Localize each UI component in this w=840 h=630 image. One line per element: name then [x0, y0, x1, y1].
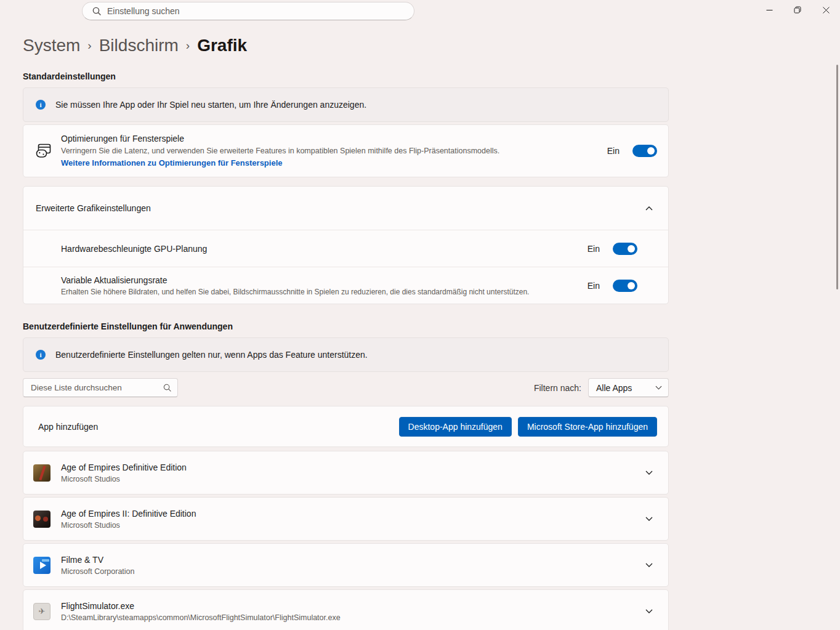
variable-refresh-rate-title: Variable Aktualisierungsrate [61, 275, 575, 285]
app-row-aoe2[interactable]: Age of Empires II: Definitive Edition Mi… [23, 497, 669, 541]
chevron-down-icon[interactable] [645, 470, 653, 475]
search-icon [92, 7, 101, 15]
variable-refresh-rate-description: Erhalten Sie höhere Bildraten, und helfe… [61, 288, 575, 296]
app-name: FlightSimulator.exe [61, 601, 645, 611]
advanced-graphics-title: Erweiterte Grafikeinstellungen [36, 203, 645, 213]
restart-info-banner: i Sie müssen Ihre App oder Ihr Spiel neu… [23, 87, 669, 122]
gpu-scheduling-toggle-state: Ein [588, 244, 600, 254]
restore-button[interactable] [783, 0, 812, 20]
app-row-movies-tv[interactable]: Filme & TV Microsoft Corporation [23, 543, 669, 587]
app-name: Age of Empires II: Definitive Edition [61, 509, 645, 519]
vertical-scrollbar[interactable] [836, 65, 838, 289]
breadcrumb-separator-icon: › [186, 39, 190, 52]
custom-settings-info-banner: i Benutzerdefinierte Einstellungen gelte… [23, 337, 669, 372]
chevron-down-icon[interactable] [645, 609, 653, 613]
search-icon [163, 384, 171, 392]
add-app-card: App hinzufügen Desktop-App hinzufügen Mi… [23, 406, 669, 447]
app-list-filter-row: Filtern nach: Alle Apps [23, 378, 669, 397]
app-publisher: Microsoft Studios [61, 475, 645, 483]
flight-simulator-app-icon: ✈ [33, 603, 50, 620]
app-row-aoe1[interactable]: Age of Empires Definitive Edition Micros… [23, 451, 669, 495]
close-button[interactable] [812, 0, 840, 20]
settings-search-input[interactable] [107, 6, 406, 16]
app-row-flightsimulator[interactable]: ✈ FlightSimulator.exe D:\SteamLibrary\st… [23, 589, 669, 630]
variable-refresh-rate-toggle-state: Ein [588, 281, 600, 291]
app-filter-dropdown[interactable]: Alle Apps [588, 378, 669, 397]
breadcrumb-separator-icon: › [87, 39, 91, 52]
page-title: Grafik [197, 36, 247, 55]
section-default-settings: Standardeinstellungen [23, 71, 669, 81]
app-publisher: Microsoft Corporation [61, 567, 645, 576]
gpu-scheduling-row: Hardwarebeschleunigte GPU-Planung Ein [23, 230, 668, 267]
settings-search-box[interactable] [82, 2, 414, 20]
optimizations-toggle-state: Ein [607, 146, 620, 156]
app-name: Age of Empires Definitive Edition [61, 462, 645, 472]
optimizations-learn-more-link[interactable]: Weitere Informationen zu Optimierungen f… [61, 158, 282, 168]
titlebar [0, 0, 840, 22]
breadcrumb-system[interactable]: System [23, 36, 80, 55]
age-of-empires-2-app-icon [33, 511, 50, 528]
advanced-graphics-expander: Erweiterte Grafikeinstellungen Hardwareb… [23, 186, 669, 304]
minimize-button[interactable] [755, 0, 783, 20]
windowed-games-optimizations-card: Optimierungen für Fensterspiele Verringe… [23, 124, 669, 177]
app-path: D:\SteamLibrary\steamapps\common\Microso… [61, 613, 645, 622]
gpu-scheduling-title: Hardwarebeschleunigte GPU-Planung [61, 244, 575, 254]
optimizations-title: Optimierungen für Fensterspiele [61, 134, 607, 143]
section-custom-app-settings: Benutzerdefinierte Einstellungen für Anw… [23, 321, 669, 331]
add-desktop-app-button[interactable]: Desktop-App hinzufügen [399, 417, 512, 437]
app-name: Filme & TV [61, 555, 645, 565]
custom-settings-info-text: Benutzerdefinierte Einstellungen gelten … [55, 350, 368, 360]
breadcrumb-bildschirm[interactable]: Bildschirm [99, 36, 179, 55]
movies-tv-app-icon [33, 557, 50, 574]
variable-refresh-rate-row: Variable Aktualisierungsrate Erhalten Si… [23, 267, 668, 304]
app-filter-selected-value: Alle Apps [596, 383, 655, 393]
age-of-empires-app-icon [33, 464, 50, 482]
filter-by-label: Filtern nach: [534, 383, 581, 393]
chevron-down-icon[interactable] [645, 517, 653, 521]
restart-info-text: Sie müssen Ihre App oder Ihr Spiel neu s… [55, 100, 366, 110]
info-icon: i [36, 100, 46, 110]
chevron-down-icon [655, 386, 662, 390]
windowed-game-icon [36, 143, 52, 159]
app-list-search-box[interactable] [23, 378, 178, 397]
optimizations-description: Verringern Sie die Latenz, und verwenden… [61, 147, 607, 155]
chevron-up-icon[interactable] [645, 206, 653, 211]
app-publisher: Microsoft Studios [61, 521, 645, 530]
variable-refresh-rate-toggle[interactable] [613, 280, 637, 292]
breadcrumb: System › Bildschirm › Grafik [23, 36, 840, 55]
optimizations-toggle[interactable] [632, 145, 657, 157]
gpu-scheduling-toggle[interactable] [613, 243, 637, 255]
advanced-graphics-header[interactable]: Erweiterte Grafikeinstellungen [23, 187, 668, 230]
add-store-app-button[interactable]: Microsoft Store-App hinzufügen [518, 417, 657, 437]
add-app-label: App hinzufügen [38, 422, 393, 432]
chevron-down-icon[interactable] [645, 563, 653, 567]
app-list-search-input[interactable] [31, 383, 163, 392]
info-icon: i [36, 350, 46, 360]
